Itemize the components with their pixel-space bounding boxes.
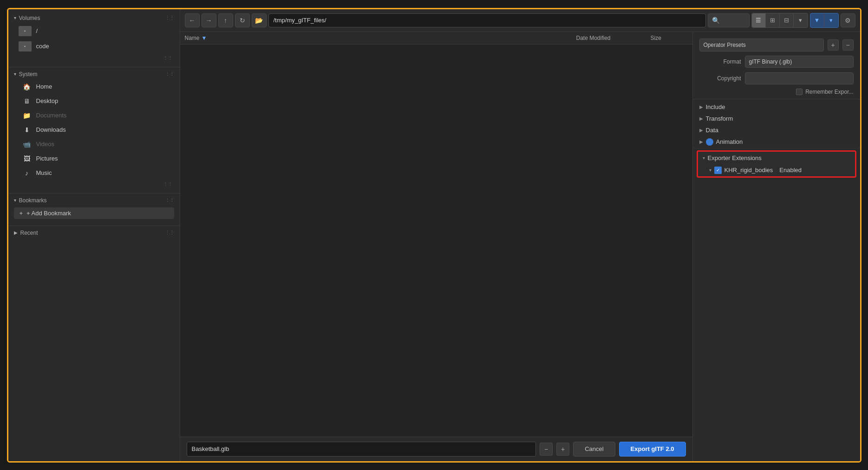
exporter-extensions-label: Exporter Extensions — [708, 155, 762, 161]
khr-chevron-icon: ▾ — [709, 167, 711, 173]
back-button[interactable]: ← — [185, 13, 200, 27]
format-select[interactable]: gITF Binary (.glb) — [745, 56, 854, 68]
view-grid-large-button[interactable]: ⊟ — [780, 13, 794, 27]
system-section: ▾ System ⋮⋮ 🏠 Home 🖥 Desktop 📁 Documents… — [8, 69, 180, 188]
animation-indicator-icon — [706, 138, 713, 146]
copyright-row: Copyright — [693, 70, 860, 87]
settings-button[interactable]: ⚙ — [841, 13, 855, 27]
view-list-button[interactable]: ☰ — [752, 13, 766, 27]
back-icon: ← — [189, 17, 196, 24]
sidebar-item-code[interactable]: ▪ code — [11, 39, 177, 54]
forward-button[interactable]: → — [202, 13, 216, 27]
divider-3 — [8, 225, 180, 226]
recent-section: ▶ Recent ⋮⋮ — [8, 228, 180, 238]
sidebar-item-documents-label: Documents — [36, 112, 170, 119]
gear-icon: ⚙ — [845, 17, 851, 24]
add-bookmark-button[interactable]: + + Add Bookmark — [14, 207, 174, 219]
folder-icon: 📂 — [255, 17, 263, 24]
volumes-label: Volumes — [19, 15, 40, 21]
add-bookmark-label: + Add Bookmark — [26, 210, 71, 217]
data-label: Data — [706, 127, 718, 134]
remember-checkbox[interactable] — [796, 89, 803, 95]
col-date-label: Date Modified — [576, 35, 611, 41]
sidebar-item-videos[interactable]: 📹 Videos — [11, 137, 177, 151]
copyright-input[interactable] — [745, 72, 854, 84]
sidebar-item-downloads[interactable]: ⬇ Downloads — [11, 123, 177, 137]
cancel-button[interactable]: Cancel — [573, 442, 615, 457]
sidebar-item-root[interactable]: ▪ / — [11, 24, 177, 39]
operator-presets-select[interactable]: Operator Presets — [699, 39, 824, 52]
recent-chevron-icon: ▶ — [14, 230, 18, 235]
exporter-extensions-header[interactable]: ▾ Exporter Extensions — [698, 152, 855, 164]
filter-dropdown-button[interactable]: ▾ — [824, 13, 838, 27]
sidebar: ▾ Volumes ⋮⋮ ▪ / ▪ code ⋮⋮ ▾ — [8, 9, 180, 461]
sidebar-item-downloads-label: Downloads — [36, 126, 170, 133]
system-header[interactable]: ▾ System ⋮⋮ — [8, 69, 180, 79]
remember-label: Remember Expor... — [805, 89, 853, 95]
documents-icon: 📁 — [22, 111, 32, 120]
sidebar-item-videos-label: Videos — [36, 141, 170, 148]
forward-icon: → — [206, 17, 212, 24]
file-list — [180, 45, 692, 437]
recent-dots-icon: ⋮⋮ — [165, 230, 174, 236]
plus-icon: + — [561, 445, 565, 453]
include-section-header[interactable]: ▶ Include — [693, 101, 860, 113]
sort-icon: ▼ — [202, 35, 207, 41]
system-chevron-icon: ▾ — [14, 71, 16, 77]
volumes-dots-icon: ⋮⋮ — [165, 15, 174, 21]
add-preset-icon: + — [831, 41, 835, 49]
system-expand-icon[interactable]: ⋮⋮ — [163, 181, 172, 187]
toolbar: ← → ↑ ↻ 📂 🔍 ☰ ⊞ ⊟ ▾ — [180, 9, 860, 32]
preset-add-button[interactable]: + — [828, 39, 839, 51]
up-icon: ↑ — [224, 17, 227, 24]
khr-rigid-bodies-row: ▾ ✓ KHR_rigid_bodies Enabled — [698, 164, 855, 176]
add-icon: + — [20, 210, 23, 217]
filter-button[interactable]: ▼ — [810, 13, 824, 27]
transform-chevron-icon: ▶ — [699, 116, 703, 121]
sidebar-item-desktop[interactable]: 🖥 Desktop — [11, 94, 177, 108]
volumes-header[interactable]: ▾ Volumes ⋮⋮ — [8, 13, 180, 23]
preset-remove-button[interactable]: − — [842, 39, 854, 51]
format-label: Format — [699, 58, 741, 65]
sidebar-item-music[interactable]: ♪ Music — [11, 166, 177, 180]
cancel-label: Cancel — [585, 445, 603, 452]
khr-checkbox[interactable]: ✓ — [714, 167, 722, 174]
pictures-icon: 🖼 — [22, 154, 32, 163]
view-dropdown-button[interactable]: ▾ — [794, 13, 808, 27]
recent-header[interactable]: ▶ Recent ⋮⋮ — [8, 228, 180, 238]
new-folder-button[interactable]: 📂 — [252, 13, 267, 27]
format-row: Format gITF Binary (.glb) — [693, 53, 860, 70]
file-list-header: Name ▼ Date Modified Size — [180, 32, 692, 45]
animation-chevron-icon: ▶ — [699, 139, 703, 144]
sidebar-item-home[interactable]: 🏠 Home — [11, 80, 177, 94]
sidebar-item-documents[interactable]: 📁 Documents — [11, 109, 177, 122]
divider-2 — [8, 193, 180, 193]
data-chevron-icon: ▶ — [699, 128, 703, 133]
up-button[interactable]: ↑ — [218, 13, 233, 27]
export-button[interactable]: Export gITF 2.0 — [619, 442, 686, 457]
filename-input[interactable] — [187, 442, 536, 457]
data-section-header[interactable]: ▶ Data — [693, 124, 860, 136]
recent-label: Recent — [20, 230, 38, 236]
sidebar-item-pictures[interactable]: 🖼 Pictures — [11, 152, 177, 166]
filter-group: ▼ ▾ — [810, 13, 839, 28]
refresh-button[interactable]: ↻ — [235, 13, 250, 27]
sidebar-item-music-label: Music — [36, 169, 170, 176]
bottom-bar: − + Cancel Export gITF 2.0 — [180, 437, 692, 461]
view-grid-small-button[interactable]: ⊞ — [766, 13, 780, 27]
volumes-expand-icon[interactable]: ⋮⋮ — [163, 55, 172, 61]
music-icon: ♪ — [22, 168, 32, 178]
exporter-extensions-section: ▾ Exporter Extensions ▾ ✓ KHR_rigid_bodi… — [697, 150, 856, 178]
right-divider-1 — [693, 99, 860, 99]
filename-plus-button[interactable]: + — [556, 443, 569, 456]
path-input[interactable] — [268, 13, 706, 27]
khr-rigid-bodies-label: KHR_rigid_bodies — [724, 167, 773, 174]
volumes-section: ▾ Volumes ⋮⋮ ▪ / ▪ code ⋮⋮ — [8, 13, 180, 62]
filename-minus-button[interactable]: − — [540, 443, 553, 456]
search-icon[interactable]: 🔍 — [708, 13, 750, 27]
bookmarks-header[interactable]: ▾ Bookmarks ⋮⋮ — [8, 195, 180, 206]
animation-section-header[interactable]: ▶ Animation — [693, 136, 860, 148]
transform-section-header[interactable]: ▶ Transform — [693, 113, 860, 124]
animation-label: Animation — [716, 138, 743, 145]
bookmarks-section: ▾ Bookmarks ⋮⋮ + + Add Bookmark — [8, 195, 180, 221]
